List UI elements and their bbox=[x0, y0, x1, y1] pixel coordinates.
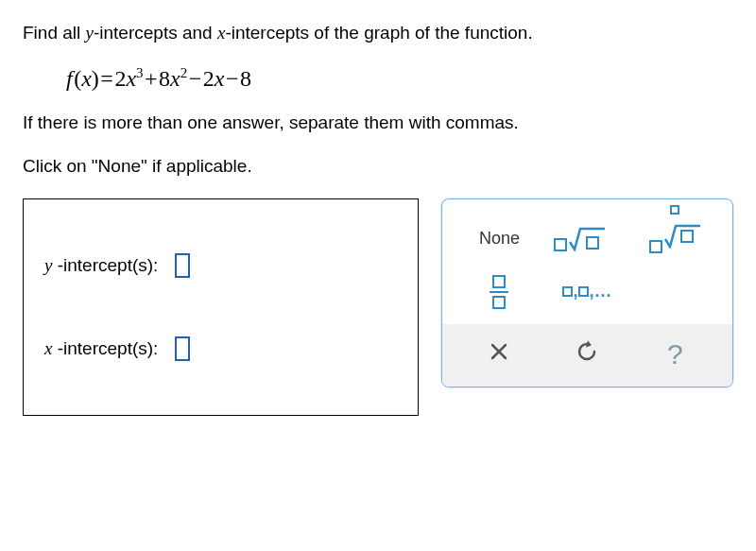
y-intercept-input[interactable] bbox=[175, 253, 190, 278]
text: -intercepts of the graph of the function… bbox=[225, 23, 532, 43]
question-line-1: Find all y-intercepts and x-intercepts o… bbox=[23, 21, 733, 46]
none-button[interactable]: None bbox=[455, 213, 543, 266]
sqrt-template-button[interactable] bbox=[543, 213, 631, 266]
text: Find all bbox=[23, 23, 86, 43]
y-intercept-label: y -intercept(s): bbox=[44, 255, 158, 276]
function-equation: f (x) = 2x3 + 8x2 − 2x − 8 bbox=[66, 65, 733, 92]
fraction-template-button[interactable] bbox=[455, 266, 543, 319]
reset-icon bbox=[576, 340, 598, 368]
palette-empty-cell bbox=[631, 266, 719, 319]
clear-button[interactable] bbox=[455, 332, 543, 377]
input-palette: None bbox=[441, 198, 733, 387]
none-label: None bbox=[479, 229, 520, 249]
sqrt-icon bbox=[554, 227, 620, 251]
x-intercept-input[interactable] bbox=[175, 336, 190, 361]
instruction-commas: If there is more than one answer, separa… bbox=[23, 111, 733, 136]
answer-box: y -intercept(s): x -intercept(s): bbox=[23, 198, 419, 416]
y-intercept-row: y -intercept(s): bbox=[44, 253, 397, 278]
reset-button[interactable] bbox=[543, 332, 631, 377]
fraction-icon bbox=[490, 275, 508, 309]
help-button[interactable]: ? bbox=[631, 332, 719, 377]
nthroot-template-button[interactable] bbox=[631, 213, 719, 266]
nthroot-icon bbox=[649, 224, 700, 253]
close-icon bbox=[490, 342, 508, 366]
instruction-none: Click on "None" if applicable. bbox=[23, 154, 733, 180]
x-intercept-row: x -intercept(s): bbox=[44, 336, 397, 361]
help-icon: ? bbox=[667, 338, 683, 370]
list-template-button[interactable]: ,,... bbox=[543, 266, 631, 319]
text: -intercepts and bbox=[94, 23, 217, 43]
x-intercept-label: x -intercept(s): bbox=[44, 338, 158, 359]
list-icon: ,,... bbox=[562, 282, 611, 301]
var-y: y bbox=[86, 23, 94, 43]
